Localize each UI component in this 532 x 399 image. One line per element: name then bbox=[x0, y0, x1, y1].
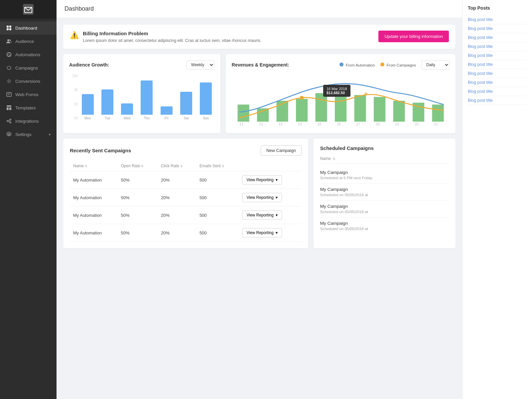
cell-name: My Automation bbox=[70, 171, 117, 189]
blog-post-link[interactable]: Blog post title bbox=[468, 60, 527, 69]
blog-post-link[interactable]: Blog post title bbox=[468, 42, 527, 51]
sidebar-item-integrations-label: Integrations bbox=[15, 119, 39, 124]
blog-post-link[interactable]: Blog post title bbox=[468, 15, 527, 24]
blog-post-link[interactable]: Blog post title bbox=[468, 33, 527, 42]
view-reporting-button[interactable]: View Reporting ▾ bbox=[242, 175, 282, 185]
sidebar-item-campaigns-label: Campaigns bbox=[15, 66, 38, 70]
settings-icon bbox=[6, 131, 12, 137]
chevron-down-icon: ▾ bbox=[276, 195, 278, 200]
chevron-down-icon: ▾ bbox=[276, 213, 278, 217]
table-row: My Automation 50% 20% 500 View Reporting… bbox=[70, 224, 302, 242]
svg-rect-9 bbox=[7, 92, 11, 96]
view-reporting-button[interactable]: View Reporting ▾ bbox=[242, 228, 282, 237]
scheduled-item-name: My Campaign bbox=[320, 221, 449, 226]
bar-group: Wed bbox=[119, 74, 136, 120]
svg-point-45 bbox=[300, 96, 304, 99]
sidebar-item-webforms[interactable]: Web Forms bbox=[0, 88, 57, 101]
svg-rect-3 bbox=[9, 26, 11, 28]
bar-group: Tue bbox=[99, 74, 116, 120]
scheduled-item-name: My Campaign bbox=[320, 187, 449, 192]
svg-rect-41 bbox=[374, 104, 385, 121]
svg-text:15: 15 bbox=[317, 122, 321, 126]
sidebar-item-conversions-label: Conversions bbox=[15, 79, 40, 84]
scheduled-header: Scheduled Campaigns bbox=[320, 145, 449, 151]
bar-label: Sun bbox=[203, 116, 209, 120]
bar-label: Sat bbox=[184, 116, 189, 120]
automation-legend: From Automation bbox=[339, 63, 375, 67]
blog-post-link[interactable]: Blog post title bbox=[468, 51, 527, 60]
sidebar-item-automations[interactable]: Automations bbox=[0, 48, 57, 61]
revenue-chart-header: Revenues & Engagement: From Automation F… bbox=[232, 60, 450, 69]
cell-name: My Automation bbox=[70, 224, 117, 242]
bar-group: Sun bbox=[198, 74, 214, 120]
cell-actions: View Reporting ▾ bbox=[239, 171, 301, 189]
sort-emails-sent-icon: ⇅ bbox=[222, 165, 224, 168]
audience-chart-filter[interactable]: Weekly Daily Monthly bbox=[186, 60, 214, 69]
svg-point-15 bbox=[7, 120, 8, 122]
svg-point-6 bbox=[7, 39, 9, 41]
update-billing-button[interactable]: Update your billing information bbox=[378, 31, 449, 42]
svg-point-47 bbox=[364, 92, 367, 95]
billing-alert-title: Billing Information Problem bbox=[83, 31, 374, 36]
svg-text:18: 18 bbox=[376, 122, 380, 126]
scheduled-item: My Campaign Scheduled on 05/05/2018 at bbox=[320, 217, 449, 234]
campaigns-legend-dot bbox=[380, 63, 384, 66]
y-label-30: 30 bbox=[69, 88, 78, 92]
sidebar-item-integrations[interactable]: Integrations bbox=[0, 114, 57, 128]
view-reporting-button[interactable]: View Reporting ▾ bbox=[242, 210, 282, 220]
blog-post-link[interactable]: Blog post title bbox=[468, 69, 527, 78]
svg-text:13: 13 bbox=[278, 122, 282, 126]
blog-post-link[interactable]: Blog post title bbox=[468, 24, 527, 33]
scheduled-item-time: Scheduled on 05/05/2018 at bbox=[320, 210, 449, 214]
right-panel: Top Posts Blog post titleBlog post title… bbox=[462, 0, 532, 399]
audience-icon bbox=[6, 38, 12, 44]
svg-rect-36 bbox=[315, 93, 327, 122]
cell-open-rate: 50% bbox=[117, 224, 158, 242]
page-title: Dashboard bbox=[65, 5, 94, 12]
svg-text:21: 21 bbox=[434, 122, 438, 126]
billing-alert-content: Billing Information Problem Lorem ipsum … bbox=[83, 31, 374, 43]
col-emails-sent: Emails Sent⇅ bbox=[196, 161, 239, 171]
view-reporting-button[interactable]: View Reporting ▾ bbox=[242, 193, 282, 202]
charts-row: Audience Growth: Weekly Daily Monthly 10… bbox=[63, 54, 456, 133]
content-area: ⚠️ Billing Information Problem Lorem ips… bbox=[57, 18, 462, 399]
sidebar-item-audience[interactable]: Audience bbox=[0, 35, 57, 48]
blog-post-link[interactable]: Blog post title bbox=[468, 96, 527, 105]
automation-legend-label: From Automation bbox=[346, 63, 375, 67]
bar-group: Mon bbox=[79, 74, 96, 120]
new-campaign-button[interactable]: New Campaign bbox=[261, 145, 302, 156]
revenue-chart-filter[interactable]: Daily Weekly Monthly bbox=[421, 60, 450, 69]
audience-chart-card: Audience Growth: Weekly Daily Monthly 10… bbox=[63, 54, 220, 133]
sidebar-item-settings-label: Settings bbox=[15, 132, 32, 137]
bar-mon bbox=[82, 94, 94, 115]
scheduled-item-name: My Campaign bbox=[320, 204, 449, 209]
svg-rect-12 bbox=[7, 105, 11, 107]
billing-alert-description: Lorem ipsum dolor sit amet, consectetur … bbox=[83, 38, 374, 43]
sidebar-item-campaigns[interactable]: Campaigns bbox=[0, 61, 57, 74]
svg-point-16 bbox=[10, 119, 11, 120]
app-logo bbox=[0, 0, 57, 19]
sidebar-item-settings[interactable]: Settings ▾ bbox=[0, 128, 57, 141]
bar-wed bbox=[121, 103, 133, 115]
sidebar-item-conversions[interactable]: Conversions bbox=[0, 74, 57, 88]
bar-label: Mon bbox=[84, 116, 91, 120]
sort-open-rate-icon: ⇅ bbox=[141, 165, 144, 168]
sidebar-item-dashboard[interactable]: Dashboard bbox=[0, 21, 57, 35]
svg-rect-4 bbox=[7, 28, 9, 30]
scheduled-card: Scheduled Campaigns Name ⇅ My Campaign S… bbox=[314, 139, 456, 248]
svg-rect-31 bbox=[237, 104, 249, 121]
svg-text:20: 20 bbox=[415, 122, 419, 126]
svg-text:14: 14 bbox=[298, 122, 302, 126]
campaigns-legend: From Campaigns bbox=[380, 63, 416, 67]
svg-rect-44 bbox=[432, 104, 444, 121]
svg-rect-13 bbox=[7, 107, 9, 110]
sidebar-item-templates[interactable]: Templates bbox=[0, 101, 57, 114]
scheduled-col-name: Name bbox=[320, 156, 331, 161]
scheduled-sort-icon: ⇅ bbox=[333, 157, 335, 161]
scheduled-title: Scheduled Campaigns bbox=[320, 145, 374, 151]
main-content: Dashboard ⚠️ Billing Information Problem… bbox=[57, 0, 462, 399]
blog-post-link[interactable]: Blog post title bbox=[468, 78, 527, 87]
blog-post-link[interactable]: Blog post title bbox=[468, 87, 527, 96]
automations-icon bbox=[6, 52, 12, 58]
cell-emails-sent: 500 bbox=[196, 224, 239, 242]
